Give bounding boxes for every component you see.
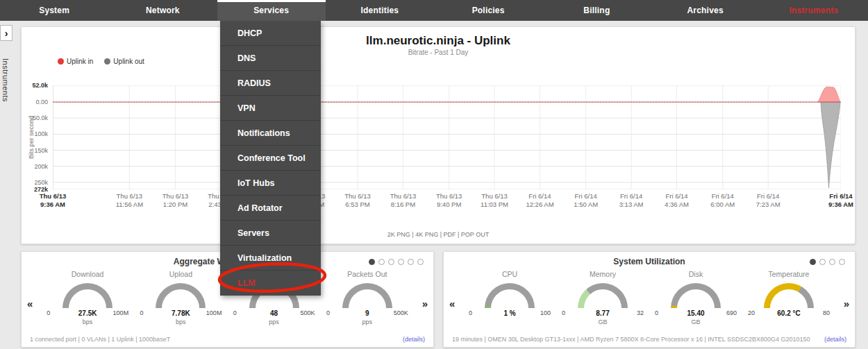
legend-item-uplink-out[interactable]: Uplink out (104, 58, 144, 65)
wan-carousel-dots (369, 259, 424, 265)
gauge-memory: Memory08.7732GB (556, 270, 649, 326)
gauge-hole (584, 289, 621, 308)
gauge-value: 8.77 (596, 309, 609, 317)
gauge-scale: 01 %100 (469, 309, 551, 318)
gauge-arc (671, 283, 721, 308)
y-tick-label: 250k (23, 179, 51, 186)
x-tick-label: Fri 6/1412:26 AM (526, 192, 553, 209)
x-tick-label: Thu 6/1311:56 AM (116, 192, 143, 209)
uplink-chart-card: llm.neurotic.ninja - Uplink Bitrate - Pa… (21, 26, 856, 244)
nav-item-archives[interactable]: Archives (651, 0, 760, 21)
wan-details-link[interactable]: (details) (403, 336, 425, 343)
services-dropdown-menu: DHCPDNSRADIUSVPNNotificationsConference … (220, 21, 321, 296)
legend-item-uplink-in[interactable]: Uplink in (58, 58, 93, 65)
export-link-pop-out[interactable]: POP OUT (461, 231, 489, 238)
export-link-4k-png[interactable]: 4K PNG (415, 231, 438, 238)
gauge-upload: Upload07.78K100Mbps (134, 270, 227, 326)
gauge-title: Memory (590, 270, 616, 280)
gauge-title: Disk (689, 270, 703, 280)
dashboard-page: SystemNetworkServicesIdentitiesPoliciesB… (0, 0, 868, 349)
carousel-dot[interactable] (369, 259, 375, 265)
gauge-disk: Disk015.40690GB (649, 270, 742, 326)
nav-item-network[interactable]: Network (108, 0, 217, 21)
gauge-arc (62, 283, 112, 308)
menu-item-llm[interactable]: LLM (220, 271, 321, 296)
carousel-dot[interactable] (388, 259, 394, 265)
wan-carousel-next-icon[interactable]: » (422, 298, 428, 309)
carousel-dot[interactable] (810, 259, 816, 265)
system-details-link[interactable]: (details) (824, 336, 846, 343)
nav-item-policies[interactable]: Policies (434, 0, 542, 21)
menu-item-notifications[interactable]: Notifications (220, 121, 321, 146)
drawer-label-instruments[interactable]: Instruments (1, 58, 10, 102)
legend-label: Uplink out (113, 58, 144, 65)
gauge-value: 15.40 (687, 309, 704, 317)
gauge-max: 690 (726, 309, 737, 318)
gauge-min: 0 (47, 309, 50, 318)
carousel-dot[interactable] (417, 259, 424, 265)
menu-item-conference-tool[interactable]: Conference Tool (220, 146, 321, 171)
nav-item-system[interactable]: System (0, 0, 108, 21)
system-carousel-prev-icon[interactable]: « (449, 298, 455, 309)
carousel-dot[interactable] (829, 259, 835, 265)
carousel-dot[interactable] (839, 259, 845, 265)
gauge-min: 0 (140, 309, 143, 318)
nav-item-services[interactable]: Services (217, 0, 326, 21)
drawer-expand-button[interactable]: › (0, 25, 12, 41)
system-utilization-panel: System Utilization CPU01 %100Memory08.77… (443, 251, 856, 348)
nav-item-billing[interactable]: Billing (542, 0, 651, 21)
gauge-scale: 08.7732 (562, 309, 644, 318)
nav-item-identities[interactable]: Identities (326, 0, 434, 21)
gauge-scale: 07.78K100M (140, 309, 222, 318)
y-tick-label: 100k (23, 130, 51, 137)
export-link-pdf[interactable]: PDF (444, 231, 456, 238)
x-tick-label: Thu 6/139:40 PM (436, 192, 462, 209)
x-tick-label: Thu 6/136:53 PM (344, 192, 371, 209)
gauge-max: 32 (637, 309, 644, 318)
menu-item-dhcp[interactable]: DHCP (220, 21, 321, 46)
gauge-packets-out: Packets Out09500Kpps (321, 270, 414, 326)
gauge-min: 0 (326, 309, 330, 318)
gauge-value: 48 (270, 309, 278, 317)
gauge-max: 500K (301, 309, 315, 318)
gauge-max: 100M (206, 309, 222, 318)
carousel-dot[interactable] (408, 259, 414, 265)
carousel-dot[interactable] (819, 259, 826, 265)
y-tick-label: 200k (23, 163, 51, 170)
gauge-cpu: CPU01 %100 (463, 270, 556, 326)
menu-item-virtualization[interactable]: Virtualization (220, 246, 321, 271)
menu-item-ad-rotator[interactable]: Ad Rotator (220, 196, 321, 221)
export-link-2k-png[interactable]: 2K PNG (387, 231, 410, 238)
nav-item-instruments[interactable]: Instruments (760, 0, 868, 21)
wan-carousel-prev-icon[interactable]: « (27, 298, 33, 309)
x-tick-label: Thu 6/138:16 PM (390, 192, 417, 209)
gauge-hole (349, 289, 386, 308)
menu-item-servers[interactable]: Servers (220, 221, 321, 246)
y-tick-label: 52.0k (23, 82, 51, 89)
gauge-unit: bps (83, 318, 93, 326)
gauge-min: 20 (748, 309, 755, 318)
x-tick-label: Fri 6/141:50 AM (574, 192, 598, 209)
chart-title: llm.neurotic.ninja - Uplink (22, 34, 855, 48)
system-panel-title: System Utilization (444, 252, 855, 266)
gauge-scale: 09500K (326, 309, 408, 318)
gauge-hole (770, 289, 808, 308)
x-tick-label: Fri 6/149:36 AM (828, 192, 853, 209)
carousel-dot[interactable] (398, 259, 404, 265)
gauge-title: Upload (169, 270, 192, 280)
gauge-arc (764, 283, 814, 308)
uplink-out-area (821, 102, 840, 188)
menu-item-radius[interactable]: RADIUS (220, 71, 321, 96)
top-nav: SystemNetworkServicesIdentitiesPoliciesB… (0, 0, 868, 21)
gauge-scale: 048500K (233, 309, 315, 318)
gauge-download: Download027.5K100Mbps (41, 270, 134, 326)
system-carousel-next-icon[interactable]: » (844, 298, 849, 309)
gauge-title: Download (72, 270, 104, 280)
menu-item-iot-hubs[interactable]: IoT Hubs (220, 171, 321, 196)
x-tick-label: Fri 6/143:13 AM (619, 192, 644, 209)
menu-item-vpn[interactable]: VPN (220, 96, 321, 121)
gauge-min: 0 (562, 309, 565, 318)
menu-item-dns[interactable]: DNS (220, 46, 321, 71)
carousel-dot[interactable] (378, 259, 385, 265)
y-tick-label: 50.0k (23, 114, 51, 121)
